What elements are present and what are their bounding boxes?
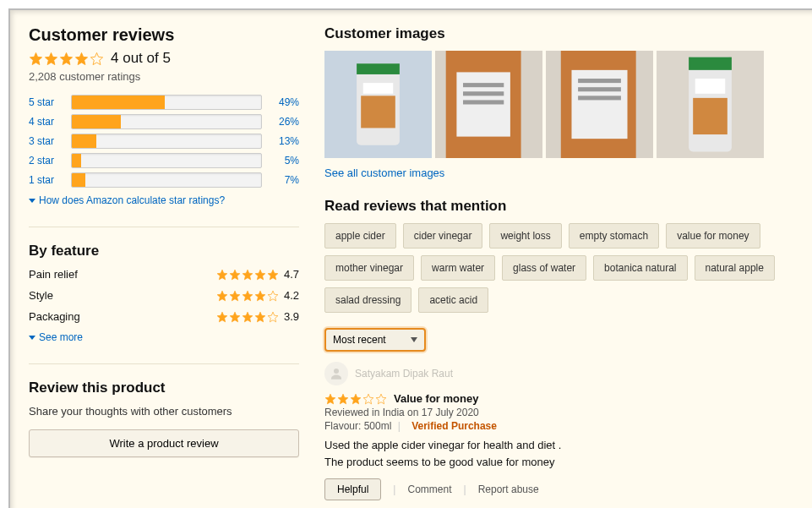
helpful-button[interactable]: Helpful bbox=[324, 478, 381, 500]
review-stars bbox=[324, 393, 387, 405]
feature-stars bbox=[216, 290, 279, 302]
mention-tag[interactable]: empty stomach bbox=[569, 223, 659, 249]
overall-stars bbox=[29, 52, 104, 66]
mention-tag[interactable]: acetic acid bbox=[418, 287, 488, 313]
mention-tag[interactable]: natural apple bbox=[695, 255, 775, 281]
histogram-label: 3 star bbox=[29, 135, 63, 147]
review-cta-text: Share your thoughts with other customers bbox=[29, 405, 299, 418]
report-abuse-link[interactable]: Report abuse bbox=[478, 483, 539, 495]
histogram-row[interactable]: 1 star7% bbox=[29, 172, 299, 188]
sort-dropdown[interactable]: Most recent bbox=[324, 328, 426, 352]
overall-rating-text: 4 out of 5 bbox=[111, 50, 171, 67]
mention-tag[interactable]: salad dressing bbox=[324, 287, 411, 313]
histogram-bar bbox=[71, 134, 262, 149]
feature-row: Style4.2 bbox=[29, 289, 299, 302]
see-more-features[interactable]: See more bbox=[29, 331, 299, 343]
review-title[interactable]: Value for money bbox=[394, 392, 478, 405]
chevron-down-icon bbox=[29, 336, 35, 340]
svg-rect-15 bbox=[578, 87, 621, 91]
verified-purchase-badge: Verified Purchase bbox=[411, 420, 497, 432]
histogram-label: 5 star bbox=[29, 96, 63, 108]
histogram-label: 4 star bbox=[29, 116, 63, 128]
feature-stars bbox=[216, 269, 279, 281]
svg-rect-16 bbox=[578, 96, 621, 100]
histogram-label: 1 star bbox=[29, 174, 63, 186]
histogram-bar bbox=[71, 95, 262, 110]
by-feature-heading: By feature bbox=[29, 243, 299, 259]
review-this-heading: Review this product bbox=[29, 380, 299, 396]
customer-reviews-heading: Customer reviews bbox=[29, 25, 299, 45]
calc-ratings-link[interactable]: How does Amazon calculate star ratings? bbox=[29, 194, 299, 206]
customer-image-thumb[interactable] bbox=[435, 51, 542, 158]
feature-stars bbox=[216, 311, 279, 323]
customer-images-heading: Customer images bbox=[324, 25, 800, 42]
feature-score: 4.2 bbox=[284, 289, 299, 302]
histogram-bar bbox=[71, 172, 262, 188]
svg-rect-10 bbox=[463, 100, 504, 104]
feature-name: Style bbox=[29, 289, 53, 302]
histogram-pct: 7% bbox=[270, 174, 299, 186]
see-all-images-link[interactable]: See all customer images bbox=[324, 167, 800, 179]
svg-rect-21 bbox=[695, 79, 726, 94]
feature-score: 4.7 bbox=[284, 268, 299, 281]
ratings-count: 2,208 customer ratings bbox=[29, 70, 299, 83]
mention-tag[interactable]: value for money bbox=[666, 223, 760, 249]
histogram-pct: 5% bbox=[270, 155, 299, 167]
histogram-pct: 13% bbox=[270, 135, 299, 147]
customer-image-thumb[interactable] bbox=[546, 51, 653, 158]
feature-name: Packaging bbox=[29, 310, 80, 323]
histogram-row[interactable]: 4 star26% bbox=[29, 114, 299, 129]
feature-row: Pain relief4.7 bbox=[29, 268, 299, 281]
customer-images-row bbox=[324, 51, 800, 158]
mention-tag[interactable]: apple cider bbox=[324, 223, 396, 249]
reviewer-name[interactable]: Satyakam Dipak Raut bbox=[355, 368, 453, 380]
review-meta: Reviewed in India on 17 July 2020 bbox=[324, 407, 800, 418]
svg-rect-19 bbox=[689, 57, 732, 70]
chevron-down-icon bbox=[411, 337, 417, 342]
svg-rect-2 bbox=[357, 63, 400, 74]
histogram-pct: 26% bbox=[270, 116, 299, 128]
mention-tag[interactable]: botanica natural bbox=[593, 255, 687, 281]
feature-row: Packaging3.9 bbox=[29, 310, 299, 323]
mention-tag[interactable]: cider vinegar bbox=[403, 223, 483, 249]
svg-point-22 bbox=[334, 369, 339, 374]
feature-score: 3.9 bbox=[284, 310, 299, 323]
mention-tag[interactable]: weight loss bbox=[489, 223, 561, 249]
review-body: Used the apple cider vinegar for health … bbox=[324, 437, 800, 470]
histogram-label: 2 star bbox=[29, 155, 63, 167]
comment-link[interactable]: Comment bbox=[407, 483, 451, 495]
histogram-bar bbox=[71, 114, 262, 129]
histogram-pct: 49% bbox=[270, 96, 299, 108]
review-variant: Flavour: 500ml | Verified Purchase bbox=[324, 420, 800, 432]
write-review-button[interactable]: Write a product review bbox=[29, 429, 299, 457]
customer-image-thumb[interactable] bbox=[657, 51, 764, 158]
customer-image-thumb[interactable] bbox=[324, 51, 432, 158]
svg-rect-3 bbox=[361, 96, 395, 128]
histogram-row[interactable]: 2 star5% bbox=[29, 153, 299, 168]
feature-name: Pain relief bbox=[29, 268, 78, 281]
mention-tag[interactable]: mother vinegar bbox=[324, 255, 414, 281]
mention-tag[interactable]: glass of water bbox=[502, 255, 586, 281]
mention-tag[interactable]: warm water bbox=[421, 255, 495, 281]
histogram-row[interactable]: 3 star13% bbox=[29, 134, 299, 149]
svg-rect-9 bbox=[463, 91, 504, 96]
mentions-heading: Read reviews that mention bbox=[324, 198, 800, 215]
svg-rect-4 bbox=[363, 83, 394, 94]
svg-rect-14 bbox=[578, 79, 621, 83]
svg-rect-8 bbox=[463, 83, 504, 87]
histogram-bar bbox=[71, 153, 262, 168]
svg-rect-20 bbox=[693, 98, 728, 134]
chevron-down-icon bbox=[29, 199, 35, 203]
avatar bbox=[324, 362, 348, 385]
histogram-row[interactable]: 5 star49% bbox=[29, 95, 299, 110]
